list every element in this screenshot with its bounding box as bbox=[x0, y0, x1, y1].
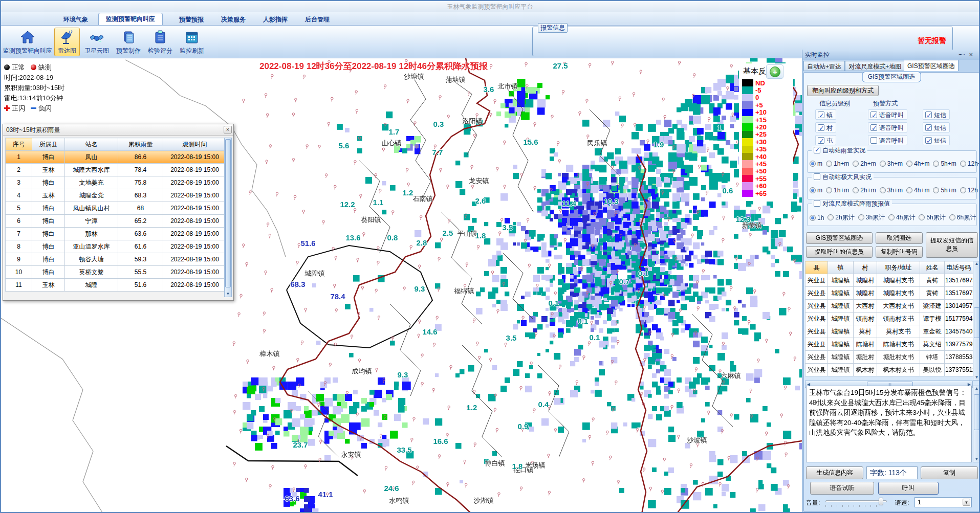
radio-option[interactable]: 4h累计 bbox=[888, 213, 915, 222]
table-row[interactable]: 兴业县城隍镇城隍村城隍村支书黄铸135176975 bbox=[805, 287, 973, 300]
voice-call-checkbox-0[interactable]: 语音呼叫 bbox=[868, 109, 907, 120]
rain-table-header[interactable]: 站名 bbox=[65, 138, 118, 151]
contact-header[interactable]: 姓名 bbox=[920, 261, 945, 274]
table-row[interactable]: 10博白英桥文黎55.52022-08-19 15:00 bbox=[6, 266, 227, 279]
rain-table-header[interactable]: 累积雨量 bbox=[118, 138, 163, 151]
table-row[interactable]: 兴业县城隍镇莫村莫村支书覃金乾134575405 bbox=[805, 325, 973, 338]
menu-tab-1[interactable]: 监测预警靶向叫应 bbox=[98, 13, 163, 25]
table-row[interactable]: 兴业县城隍镇塘肚村塘肚村支书钟塔137885534 bbox=[805, 351, 973, 364]
speed-select[interactable]: 1▼ bbox=[914, 497, 972, 507]
table-row[interactable]: 11玉林城隍51.62022-08-19 15:00 bbox=[6, 279, 227, 292]
scrollbar-thumb[interactable] bbox=[225, 139, 231, 287]
rain-table-header[interactable]: 序号 bbox=[6, 138, 32, 151]
scroll-down-arrow[interactable]: ▼ bbox=[973, 375, 980, 380]
radio-option[interactable]: 3h+m bbox=[880, 187, 903, 194]
menu-tab-0[interactable]: 环境气象 bbox=[56, 14, 95, 25]
table-row[interactable]: 9博白顿谷大塘59.32022-08-19 15:00 bbox=[6, 253, 227, 266]
toolbar-button-3[interactable]: 预警制作 bbox=[114, 28, 143, 56]
contact-header[interactable]: 职务/地址 bbox=[877, 261, 920, 274]
table-row[interactable]: 5博白凤山镇凤山村682022-08-19 15:00 bbox=[6, 202, 227, 215]
level-checkbox-1[interactable]: 村 bbox=[815, 122, 836, 132]
radio-option[interactable]: m bbox=[810, 160, 822, 167]
scroll-down-arrow[interactable]: ▼ bbox=[973, 457, 980, 461]
radio-option[interactable]: 12h+m bbox=[960, 160, 980, 167]
call-level-mode-button[interactable]: 靶向叫应的级别和方式 bbox=[807, 85, 879, 96]
radio-option[interactable]: 1h+m bbox=[826, 160, 849, 167]
level-checkbox-2[interactable]: 屯 bbox=[815, 135, 836, 145]
scrollbar-thumb[interactable] bbox=[974, 394, 979, 430]
sms-checkbox-1[interactable]: 短信 bbox=[923, 122, 950, 132]
radio-option[interactable]: 3h累计 bbox=[858, 213, 885, 222]
menu-tab-3[interactable]: 决策服务 bbox=[214, 14, 253, 25]
panel-tab-2[interactable]: GIS预警区域圈选 bbox=[904, 60, 959, 71]
level-checkbox-0[interactable]: 镇 bbox=[815, 109, 836, 120]
extract-call-button[interactable]: 提取呼叫的信息员 bbox=[806, 246, 873, 258]
toolbar-button-2[interactable]: 卫星云图 bbox=[82, 28, 112, 56]
contact-header[interactable]: 镇 bbox=[828, 261, 854, 274]
scroll-up-arrow[interactable]: ▲ bbox=[973, 386, 980, 391]
table-row[interactable]: 8博白亚山温罗水库61.62022-08-19 15:00 bbox=[6, 240, 227, 253]
contact-vscrollbar[interactable]: ▲▼ bbox=[973, 261, 980, 381]
gis-select-button[interactable]: GIS预警区域圈选 bbox=[806, 232, 873, 244]
toolbar-button-4[interactable]: 检验评分 bbox=[145, 28, 175, 56]
menu-tab-2[interactable]: 预警预报 bbox=[172, 14, 211, 25]
map-zoom-button[interactable]: + bbox=[766, 64, 783, 79]
radio-option[interactable]: 5h+m bbox=[933, 160, 956, 167]
table-row[interactable]: 6博白宁潭65.22022-08-19 15:00 bbox=[6, 215, 227, 228]
contact-header[interactable]: 县 bbox=[805, 261, 828, 274]
radio-option[interactable]: 4h+m bbox=[906, 160, 929, 167]
table-row[interactable]: 7博白那林63.62022-08-19 15:00 bbox=[6, 228, 227, 240]
chevron-down-icon[interactable]: ▼ bbox=[963, 499, 970, 506]
scrollbar-thumb[interactable] bbox=[974, 307, 979, 338]
radio-option[interactable]: m bbox=[810, 187, 822, 194]
option-group-label[interactable]: 对流尺度模式降雨预报值 bbox=[812, 199, 892, 208]
table-row[interactable]: 2玉林城隍大西水库78.42022-08-19 15:00 bbox=[6, 164, 227, 176]
pin-icon[interactable]: ⁓ bbox=[958, 51, 969, 58]
volume-slider[interactable] bbox=[825, 497, 887, 506]
table-row[interactable]: 3博白文地姜充75.82022-08-19 15:00 bbox=[6, 176, 227, 189]
menu-tab-5[interactable]: 后台管理 bbox=[298, 14, 337, 25]
toolbar-button-1[interactable]: 雷达图 bbox=[54, 28, 80, 56]
rain-table-scrollbar[interactable]: ▼ bbox=[224, 138, 232, 297]
radio-option[interactable]: 5h累计 bbox=[919, 213, 945, 222]
radio-option[interactable]: 3h+m bbox=[880, 160, 903, 167]
contact-header[interactable]: 电话号码 bbox=[945, 261, 973, 274]
radio-option[interactable]: 1h+m bbox=[826, 187, 849, 194]
radio-option[interactable]: 1h bbox=[810, 214, 824, 221]
panel-tab-1[interactable]: 对流尺度模式+地图 bbox=[845, 61, 905, 71]
table-row[interactable]: 兴业县城隍镇城隍村城隍村支书黄铸135176975 bbox=[805, 274, 973, 287]
table-row[interactable]: 1博白凤山86.62022-08-19 15:00 bbox=[6, 151, 227, 164]
radio-option[interactable]: 4h+m bbox=[906, 187, 929, 194]
scroll-up-arrow[interactable]: ▲ bbox=[973, 261, 980, 266]
table-row[interactable]: 4玉林城隍金党68.32022-08-19 15:00 bbox=[6, 189, 227, 202]
message-scrollbar[interactable]: ▲▼ bbox=[973, 386, 980, 462]
radar-map[interactable]: 2022-08-19 12时36分至2022-08-19 12时46分累积降水预… bbox=[1, 58, 802, 513]
option-group-label[interactable]: 自动站极大风实况 bbox=[812, 173, 874, 182]
contact-table[interactable]: 县镇村职务/地址姓名电话号码兴业县城隍镇城隍村城隍村支书黄铸135176975兴… bbox=[805, 261, 973, 376]
radio-option[interactable]: 12h+m bbox=[960, 187, 980, 194]
sms-checkbox-0[interactable]: 短信 bbox=[923, 109, 950, 120]
toolbar-button-5[interactable]: 监控刷新 bbox=[177, 28, 207, 56]
scroll-down-arrow[interactable]: ▼ bbox=[225, 292, 231, 296]
toolbar-button-0[interactable]: 监测预警靶向叫应 bbox=[3, 28, 52, 56]
panel-tab-0[interactable]: 自动站+雷达 bbox=[803, 61, 845, 71]
radio-option[interactable]: 2h+m bbox=[853, 187, 876, 194]
contact-header[interactable]: 村 bbox=[854, 261, 877, 274]
radio-option[interactable]: 2h+m bbox=[853, 160, 876, 167]
sms-checkbox-2[interactable]: 短信 bbox=[923, 135, 950, 145]
extract-sms-button[interactable]: 提取发短信的信息员 bbox=[926, 232, 978, 258]
table-row[interactable]: 兴业县城隍镇枫木村枫木村支书吴以悦137375511 bbox=[805, 364, 973, 376]
warning-message-text[interactable]: 玉林市气象台19日5时15分发布暴雨橙色预警信号：4时以来兴业县城隍大西水库已出… bbox=[806, 386, 972, 462]
table-row[interactable]: 兴业县城隍镇镇南村镇南村支书谭于模151775946 bbox=[805, 313, 973, 325]
copy-number-button[interactable]: 复制呼叫号码 bbox=[876, 246, 923, 258]
voice-call-checkbox-2[interactable]: 语音呼叫 bbox=[868, 135, 907, 145]
voice-call-checkbox-1[interactable]: 语音呼叫 bbox=[868, 122, 907, 132]
generate-message-button[interactable]: 生成信息内容 bbox=[806, 466, 863, 479]
rain-table-header[interactable]: 观测时间 bbox=[163, 138, 227, 151]
option-group-label[interactable]: 自动站雨量实况 bbox=[812, 146, 867, 155]
radio-option[interactable]: 5h+m bbox=[933, 187, 956, 194]
rain-table[interactable]: 序号所属县站名累积雨量观测时间1博白凤山86.62022-08-19 15:00… bbox=[5, 138, 227, 292]
radio-option[interactable]: 6h累计 bbox=[949, 213, 976, 222]
rain-table-header[interactable]: 所属县 bbox=[32, 138, 65, 151]
slider-thumb[interactable] bbox=[879, 498, 883, 505]
